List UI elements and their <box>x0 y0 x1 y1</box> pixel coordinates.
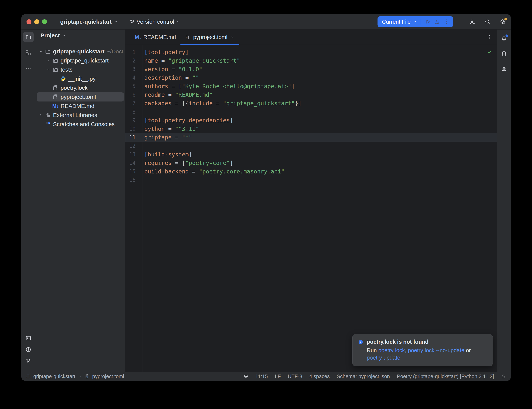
project-switcher[interactable]: griptape-quickstart <box>58 17 121 27</box>
status-widgets: 11:15LFUTF-84 spacesSchema: pyproject.js… <box>243 374 506 380</box>
close-window-button[interactable] <box>27 19 31 24</box>
folder-icon <box>25 34 31 40</box>
more-run-options-button[interactable] <box>443 19 450 25</box>
add-user-icon[interactable] <box>469 19 476 25</box>
structure-tool-button[interactable] <box>23 47 34 58</box>
terminal-tool-button[interactable] <box>23 333 34 344</box>
code-line-1[interactable]: 1[tool.poetry] <box>125 48 497 56</box>
project-tool-button[interactable] <box>23 32 34 42</box>
run-configuration-selector[interactable]: Current File <box>382 16 417 27</box>
code-line-4[interactable]: 4description = "" <box>125 74 497 82</box>
copilot-tool-button[interactable] <box>499 64 509 74</box>
tree-item-scratches-and-consoles[interactable]: Scratches and Consoles <box>37 120 124 129</box>
code-text: python = "^3.11" <box>143 125 199 133</box>
project-tree: griptape-quickstart~/Documegriptape_quic… <box>35 47 125 129</box>
debug-button[interactable] <box>434 19 440 25</box>
tree-item-readme-md[interactable]: M↓README.md <box>37 102 124 111</box>
tree-item-griptape-quickstart[interactable]: griptape-quickstart~/Docume <box>37 47 124 56</box>
code-line-5[interactable]: 5authors = ["Kyle Roche <hello@griptape.… <box>125 82 497 91</box>
code-line-10[interactable]: 10python = "^3.11" <box>125 125 497 133</box>
code-line-3[interactable]: 3version = "0.1.0" <box>125 65 497 74</box>
project-panel-title: Project <box>40 32 60 39</box>
chevron-right-icon[interactable] <box>46 58 52 63</box>
inspections-ok-icon[interactable] <box>487 49 492 55</box>
folder-dot-icon <box>52 57 58 64</box>
editor-options-kebab-icon[interactable] <box>486 34 492 40</box>
breadcrumb-label: pyproject.toml <box>92 374 124 380</box>
notification-link[interactable]: poetry lock <box>378 347 405 353</box>
line-separator[interactable]: LF <box>275 374 281 380</box>
chevron-down-icon[interactable] <box>38 49 45 54</box>
vcs-widget[interactable]: Version control <box>127 17 183 27</box>
code-line-16[interactable]: 16 <box>125 176 497 184</box>
more-tool-windows-button[interactable] <box>23 63 34 74</box>
notification-popup: poetry.lock is not found Run poetry lock… <box>352 334 493 366</box>
titlebar-actions <box>469 19 506 25</box>
tree-item-label: griptape_quickstart <box>61 57 109 64</box>
right-tool-strip <box>497 29 511 372</box>
code-text: requires = ["poetry-core"] <box>143 159 233 167</box>
file-encoding[interactable]: UTF-8 <box>288 374 302 380</box>
line-number: 7 <box>125 99 143 108</box>
toml-icon: [T] <box>52 85 58 91</box>
zoom-window-button[interactable] <box>42 19 47 24</box>
tree-item-poetry-lock[interactable]: [T]poetry.lock <box>37 83 124 93</box>
code-line-2[interactable]: 2name = "griptape-quickstart" <box>125 56 497 65</box>
notifications-button[interactable] <box>499 33 509 44</box>
indent-style[interactable]: 4 spaces <box>309 374 330 380</box>
line-number: 12 <box>125 142 143 150</box>
code-line-11[interactable]: 11griptape = "*" <box>125 133 497 142</box>
chevron-right-icon[interactable] <box>38 113 45 118</box>
cursor-position[interactable]: 11:15 <box>255 374 268 380</box>
tree-item-tests[interactable]: tests <box>37 65 124 74</box>
tree-item-pyproject-toml[interactable]: [T]pyproject.toml <box>37 93 124 102</box>
chevron-down-icon[interactable] <box>46 67 52 72</box>
folder-dot-icon <box>52 67 58 73</box>
chevron-spacer <box>46 94 52 99</box>
code-area[interactable]: 1[tool.poetry]2name = "griptape-quicksta… <box>125 45 497 372</box>
python-interpreter[interactable]: Poetry (griptape-quickstart) [Python 3.1… <box>397 374 494 380</box>
editor[interactable]: 1[tool.poetry]2name = "griptape-quicksta… <box>125 45 497 372</box>
code-line-14[interactable]: 14requires = ["poetry-core"] <box>125 159 497 167</box>
close-tab-icon[interactable] <box>230 35 235 39</box>
database-tool-button[interactable] <box>499 48 509 59</box>
code-text: readme = "README.md" <box>143 91 213 99</box>
line-number: 6 <box>125 91 143 99</box>
breadcrumb-file[interactable]: [T]pyproject.toml <box>85 374 124 380</box>
readonly-toggle[interactable] <box>501 374 506 379</box>
settings-gear-icon[interactable] <box>499 19 506 25</box>
code-line-15[interactable]: 15build-backend = "poetry.core.masonry.a… <box>125 167 497 176</box>
copilot-status-icon[interactable] <box>243 374 248 379</box>
info-icon <box>358 339 364 345</box>
code-line-8[interactable]: 8 <box>125 108 497 116</box>
status-bar: griptape-quickstart[T]pyproject.toml 11:… <box>21 372 511 381</box>
tree-item-griptape-quickstart[interactable]: griptape_quickstart <box>37 56 124 65</box>
notification-link[interactable]: poetry update <box>367 355 400 361</box>
minimize-window-button[interactable] <box>34 19 39 24</box>
search-icon[interactable] <box>484 19 491 25</box>
version-control-tool-button[interactable] <box>23 356 34 366</box>
chevron-down-icon <box>113 19 118 24</box>
run-button[interactable] <box>424 19 431 25</box>
notification-link[interactable]: poetry lock --no-update <box>408 347 464 353</box>
problems-tool-button[interactable] <box>23 344 34 355</box>
json-schema[interactable]: Schema: pyproject.json <box>337 374 390 380</box>
code-line-9[interactable]: 9[tool.poetry.dependencies] <box>125 116 497 125</box>
project-panel-header[interactable]: Project <box>35 29 125 41</box>
tree-item--init-py[interactable]: __init__.py <box>37 74 124 83</box>
code-line-6[interactable]: 6readme = "README.md" <box>125 91 497 99</box>
code-text <box>143 108 144 116</box>
library-icon <box>45 112 51 118</box>
code-line-12[interactable]: 12 <box>125 142 497 150</box>
line-number: 11 <box>125 133 143 142</box>
vcs-widget-label: Version control <box>137 19 174 25</box>
code-text: packages = [{include = "griptape_quickst… <box>143 99 302 108</box>
tree-item-external-libraries[interactable]: External Libraries <box>37 111 124 120</box>
code-line-7[interactable]: 7packages = [{include = "griptape_quicks… <box>125 99 497 108</box>
code-text <box>143 142 144 150</box>
tab-pyproject-toml[interactable]: [T]pyproject.toml <box>180 29 239 45</box>
chevron-down-icon <box>62 33 67 38</box>
code-line-13[interactable]: 13[build-system] <box>125 150 497 159</box>
breadcrumb-project[interactable]: griptape-quickstart <box>26 374 75 380</box>
tab-readme-md[interactable]: M↓README.md <box>131 29 180 45</box>
